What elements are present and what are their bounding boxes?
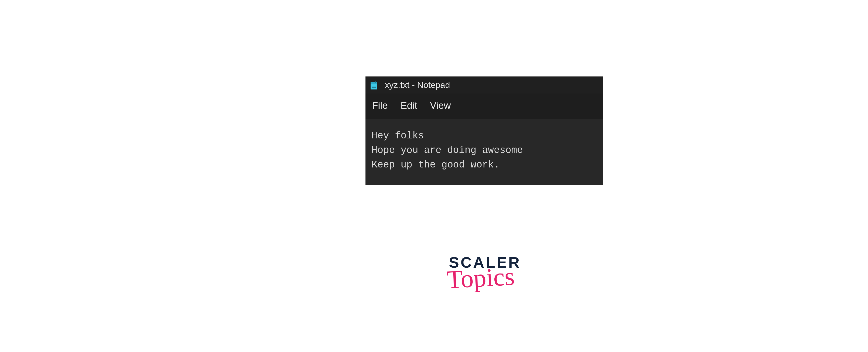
menu-file[interactable]: File bbox=[372, 100, 388, 111]
editor-text[interactable]: Hey folks Hope you are doing awesome Kee… bbox=[372, 129, 597, 172]
menu-edit[interactable]: Edit bbox=[400, 100, 417, 111]
logo-line2: Topics bbox=[446, 268, 515, 289]
menubar: File Edit View bbox=[366, 94, 603, 119]
titlebar[interactable]: xyz.txt - Notepad bbox=[366, 76, 603, 94]
menu-view[interactable]: View bbox=[430, 100, 451, 111]
window-title: xyz.txt - Notepad bbox=[385, 80, 450, 90]
notepad-window: xyz.txt - Notepad File Edit View Hey fol… bbox=[366, 76, 603, 185]
scaler-topics-logo: SCALER Topics bbox=[434, 255, 536, 287]
editor-area[interactable]: Hey folks Hope you are doing awesome Kee… bbox=[366, 119, 603, 185]
notepad-icon bbox=[370, 80, 378, 90]
